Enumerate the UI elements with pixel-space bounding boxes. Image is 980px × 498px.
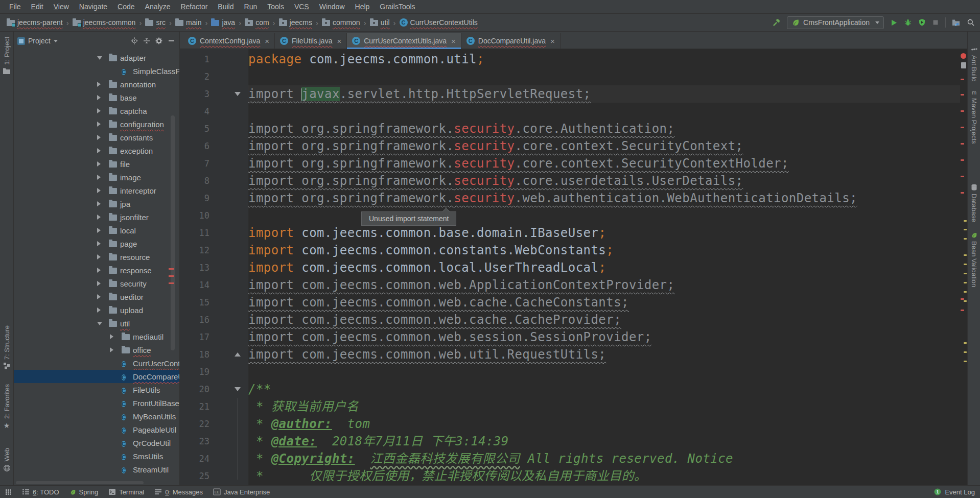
status-item-terminal[interactable]: Terminal xyxy=(108,488,144,496)
breadcrumb-item-java[interactable]: java xyxy=(209,18,237,27)
gutter-line-4[interactable]: 4 xyxy=(180,103,248,120)
code-line-21[interactable]: * 获取当前用户名 xyxy=(248,398,967,415)
menu-item-window[interactable]: Window xyxy=(314,0,350,14)
locate-file-button[interactable] xyxy=(130,36,139,45)
code-line-10[interactable] xyxy=(248,207,967,224)
chevron-right-icon[interactable] xyxy=(97,294,101,299)
gutter-line-17[interactable]: 17 xyxy=(180,328,248,346)
chevron-right-icon[interactable] xyxy=(110,334,113,339)
gutter-line-10[interactable]: 10 xyxy=(180,207,248,224)
tree-item-strutils[interactable]: StrUtils xyxy=(14,476,179,480)
gutter-line-3[interactable]: 3 xyxy=(180,85,248,103)
chevron-right-icon[interactable] xyxy=(97,122,101,127)
code-line-19[interactable] xyxy=(248,363,967,381)
debug-button[interactable] xyxy=(904,18,912,27)
fold-marker-icon[interactable] xyxy=(235,387,241,391)
tree-item-file[interactable]: file xyxy=(14,157,179,171)
chevron-right-icon[interactable] xyxy=(97,82,101,87)
tree-item-local[interactable]: local xyxy=(14,224,179,237)
fold-marker-icon[interactable] xyxy=(235,92,241,96)
tree-item-currusercontextutils[interactable]: CurrUserContextUtils xyxy=(14,357,179,370)
chevron-right-icon[interactable] xyxy=(97,95,101,100)
settings-gear-icon[interactable] xyxy=(154,36,164,45)
chevron-right-icon[interactable] xyxy=(97,268,101,273)
gutter-line-16[interactable]: 16 xyxy=(180,311,248,328)
gutter-line-11[interactable]: 11 xyxy=(180,224,248,242)
tree-item-simpleclasspatha[interactable]: SimpleClassPathA xyxy=(14,64,179,78)
code-line-4[interactable] xyxy=(248,103,967,120)
code-line-20[interactable]: /** xyxy=(248,381,967,398)
code-line-17[interactable]: import com.jeecms.common.web.session.Ses… xyxy=(248,328,967,346)
code-line-23[interactable]: * @date: 2018年7月11日 下午3:14:39 xyxy=(248,433,967,450)
chevron-right-icon[interactable] xyxy=(97,188,101,193)
gutter-line-9[interactable]: 9 xyxy=(180,189,248,207)
tree-item-ueditor[interactable]: ueditor xyxy=(14,290,179,303)
tab-contextconfig.java[interactable]: ContextConfig.java× xyxy=(183,33,275,49)
code-line-5[interactable]: import org.springframework.security.core… xyxy=(248,120,967,137)
breadcrumb-item-jeecms-parent[interactable]: jeecms-parent xyxy=(5,18,64,27)
gutter-line-8[interactable]: 8 xyxy=(180,172,248,189)
tool-button-ant-build[interactable]: Ant Build xyxy=(968,46,980,82)
tool-button-web[interactable]: Web xyxy=(0,448,13,472)
menu-item-code[interactable]: Code xyxy=(112,0,139,14)
code-line-22[interactable]: * @author: tom xyxy=(248,415,967,433)
tree-item-configuration[interactable]: configuration xyxy=(14,117,179,131)
chevron-right-icon[interactable] xyxy=(97,175,101,180)
menu-item-help[interactable]: Help xyxy=(350,0,375,14)
chevron-right-icon[interactable] xyxy=(97,215,101,220)
tree-item-smsutils[interactable]: SmsUtils xyxy=(14,449,179,463)
code-area[interactable]: package com.jeecms.common.util;import ja… xyxy=(248,49,967,485)
tree-item-annotation[interactable]: annotation xyxy=(14,78,179,91)
gutter-line-1[interactable]: 1 xyxy=(180,51,248,68)
gutter-line-21[interactable]: 21 xyxy=(180,398,248,415)
code-line-1[interactable]: package com.jeecms.common.util; xyxy=(248,51,967,68)
tree-item-jpa[interactable]: jpa xyxy=(14,197,179,210)
menu-item-analyze[interactable]: Analyze xyxy=(140,0,176,14)
tree-horizontal-scrollbar[interactable] xyxy=(16,481,144,484)
status-item-event-log[interactable]: 1Event Log xyxy=(934,488,975,496)
gutter-line-2[interactable]: 2 xyxy=(180,68,248,85)
close-icon[interactable]: × xyxy=(265,37,269,45)
code-line-9[interactable]: import org.springframework.security.web.… xyxy=(248,189,967,207)
tree-item-jsonfilter[interactable]: jsonfilter xyxy=(14,210,179,224)
code-line-16[interactable]: import com.jeecms.common.web.cache.Cache… xyxy=(248,311,967,328)
chevron-right-icon[interactable] xyxy=(97,241,101,246)
chevron-right-icon[interactable] xyxy=(97,148,101,153)
tool-button-1-project[interactable]: 1: Project xyxy=(0,37,13,75)
breadcrumb-item-jeecms[interactable]: jeecms xyxy=(277,18,314,27)
gutter-line-6[interactable]: 6 xyxy=(180,137,248,155)
code-line-8[interactable]: import org.springframework.security.core… xyxy=(248,172,967,189)
tool-windows-grid-icon[interactable] xyxy=(5,489,12,495)
tree-item-constants[interactable]: constants xyxy=(14,131,179,144)
editor[interactable]: 1234567891011121314151617181920212223242… xyxy=(180,49,967,485)
tab-fileutils.java[interactable]: FileUtils.java× xyxy=(275,33,347,49)
close-icon[interactable]: × xyxy=(337,37,341,45)
tree-vertical-scrollbar[interactable] xyxy=(171,115,175,350)
status-item-spring[interactable]: Spring xyxy=(69,488,99,496)
breadcrumb-item-com[interactable]: com xyxy=(243,18,270,27)
menu-item-file[interactable]: File xyxy=(4,0,26,14)
status-item-java-enterprise[interactable]: EEJava Enterprise xyxy=(213,488,270,496)
tree-item-frontutilbase[interactable]: FrontUtilBase xyxy=(14,396,179,410)
status-item-6-todo[interactable]: 6: TODO xyxy=(22,488,59,496)
project-structure-icon[interactable] xyxy=(952,19,961,27)
menu-item-vcs[interactable]: VCS xyxy=(289,0,314,14)
gutter-line-5[interactable]: 5 xyxy=(180,120,248,137)
code-line-6[interactable]: import org.springframework.security.core… xyxy=(248,137,967,155)
close-icon[interactable]: × xyxy=(550,37,555,45)
chevron-right-icon[interactable] xyxy=(97,161,101,167)
code-line-12[interactable]: import com.jeecms.common.constants.WebCo… xyxy=(248,242,967,259)
project-panel-title[interactable]: Project xyxy=(28,37,51,45)
tree-item-adapter[interactable]: adapter xyxy=(14,51,179,64)
chevron-right-icon[interactable] xyxy=(97,201,101,206)
tree-item-upload[interactable]: upload xyxy=(14,303,179,317)
menu-item-tools[interactable]: Tools xyxy=(262,0,289,14)
code-line-2[interactable] xyxy=(248,68,967,85)
breadcrumb-item-common[interactable]: common xyxy=(320,18,362,27)
chevron-right-icon[interactable] xyxy=(97,108,101,113)
menu-item-navigate[interactable]: Navigate xyxy=(74,0,112,14)
menu-item-refactor[interactable]: Refactor xyxy=(175,0,213,14)
tree-item-qrcodeutil[interactable]: QrCodeUtil xyxy=(14,436,179,449)
breadcrumb-item-src[interactable]: src xyxy=(144,18,167,27)
tool-button-maven-projects[interactable]: mMaven Projects xyxy=(968,89,980,144)
